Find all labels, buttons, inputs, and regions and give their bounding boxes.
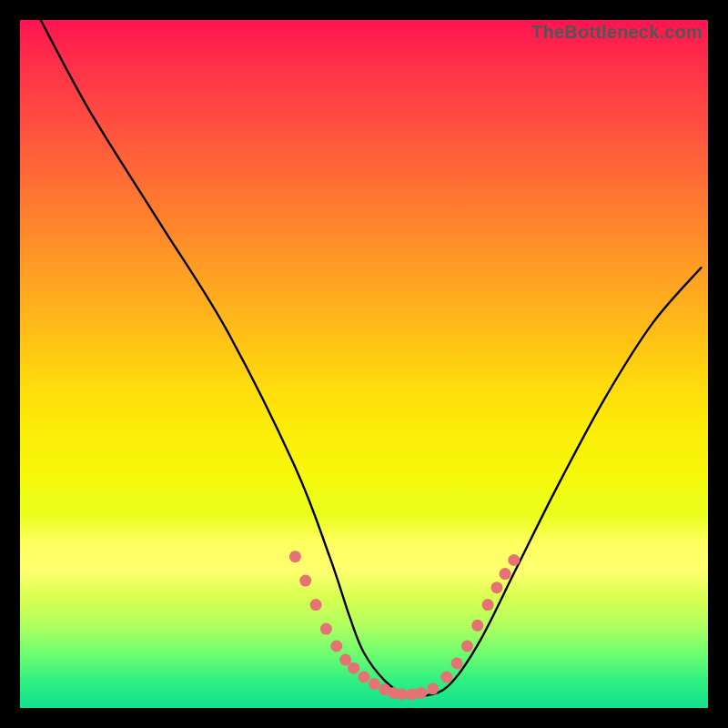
highlight-dot — [427, 682, 439, 694]
highlight-dot — [508, 554, 520, 566]
highlight-dot — [440, 672, 452, 683]
watermark-label: TheBottleneck.com — [531, 22, 703, 43]
highlight-dot — [359, 672, 370, 683]
highlight-dot — [289, 551, 301, 562]
highlight-dot — [310, 599, 322, 611]
highlight-dots-layer — [20, 20, 708, 708]
highlight-dot — [451, 657, 463, 669]
highlight-dots — [289, 551, 520, 700]
highlight-dot — [330, 641, 342, 652]
highlight-dot — [320, 623, 332, 635]
highlight-dot — [348, 662, 359, 674]
highlight-dot — [490, 581, 502, 593]
highlight-dot — [299, 575, 311, 587]
chart-frame: TheBottleneck.com — [20, 20, 708, 708]
highlight-dot — [471, 620, 483, 632]
highlight-dot — [482, 599, 494, 611]
highlight-dot — [500, 568, 511, 580]
highlight-dot — [396, 688, 408, 700]
highlight-dot — [369, 678, 380, 690]
highlight-dot — [461, 641, 473, 652]
highlight-dot — [415, 687, 427, 699]
